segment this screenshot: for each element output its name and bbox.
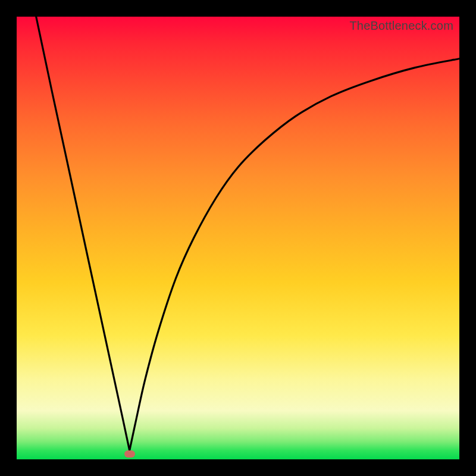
curve-path <box>36 17 459 450</box>
plot-area: TheBottleneck.com <box>17 17 459 459</box>
watermark-text: TheBottleneck.com <box>349 19 453 33</box>
chart-frame: TheBottleneck.com <box>0 0 476 476</box>
minimum-marker <box>124 450 135 458</box>
v-curve <box>17 17 459 459</box>
